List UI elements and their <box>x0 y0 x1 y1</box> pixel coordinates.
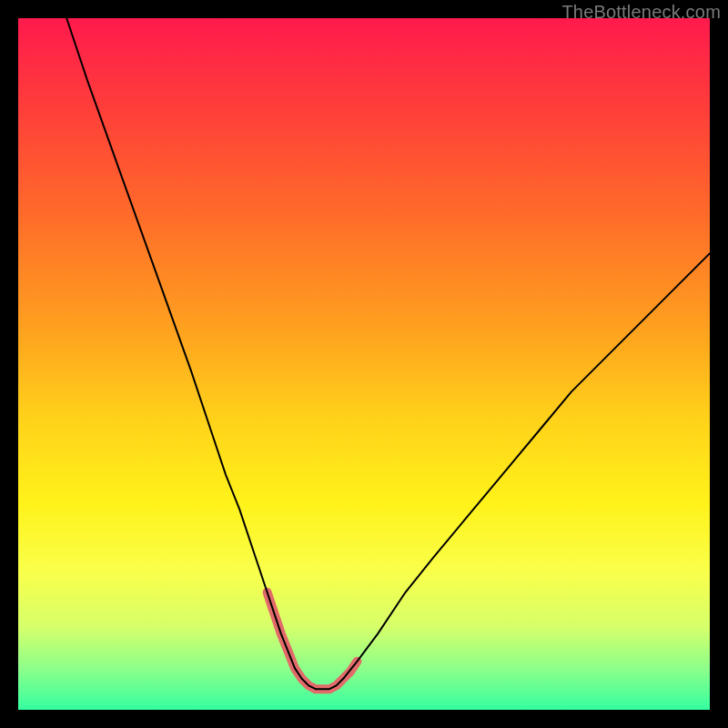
chart-svg <box>18 18 710 710</box>
plot-area <box>18 18 710 710</box>
optimal-zone-highlight <box>268 592 358 689</box>
chart-frame: TheBottleneck.com <box>0 0 728 728</box>
bottleneck-curve <box>66 18 710 689</box>
